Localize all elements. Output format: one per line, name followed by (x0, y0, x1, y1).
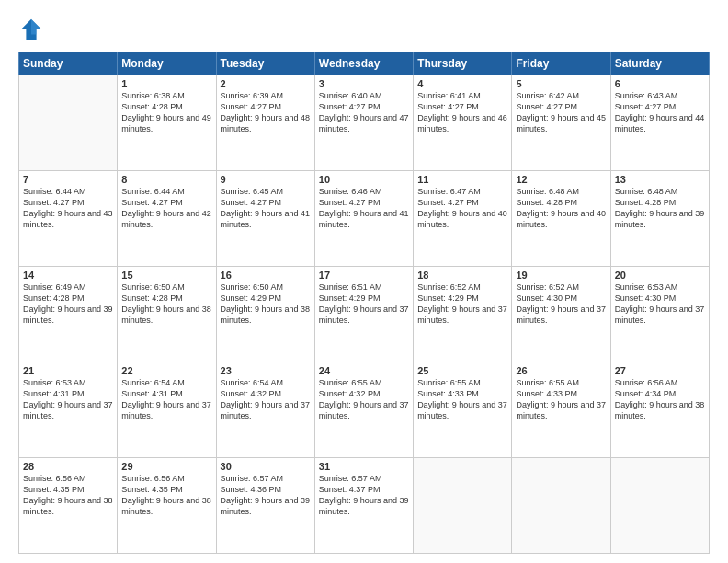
calendar-day-cell: 18Sunrise: 6:52 AMSunset: 4:29 PMDayligh… (414, 267, 512, 362)
day-info: Sunrise: 6:55 AMSunset: 4:32 PMDaylight:… (319, 377, 409, 422)
day-number: 26 (516, 365, 606, 376)
day-info: Sunrise: 6:46 AMSunset: 4:27 PMDaylight:… (319, 186, 409, 231)
calendar-day-cell: 4Sunrise: 6:41 AMSunset: 4:27 PMDaylight… (414, 75, 512, 171)
calendar-day-cell: 29Sunrise: 6:56 AMSunset: 4:35 PMDayligh… (118, 458, 216, 554)
day-number: 29 (121, 461, 211, 472)
day-number: 20 (615, 270, 705, 281)
calendar-day-cell: 5Sunrise: 6:42 AMSunset: 4:27 PMDaylight… (512, 75, 610, 171)
calendar-day-cell: 9Sunrise: 6:45 AMSunset: 4:27 PMDaylight… (216, 171, 314, 267)
day-number: 13 (615, 174, 705, 185)
day-number: 16 (221, 270, 311, 281)
calendar-day-cell (414, 458, 512, 554)
day-info: Sunrise: 6:45 AMSunset: 4:27 PMDaylight:… (221, 186, 311, 231)
day-info: Sunrise: 6:48 AMSunset: 4:28 PMDaylight:… (615, 186, 705, 231)
day-info: Sunrise: 6:55 AMSunset: 4:33 PMDaylight:… (417, 377, 507, 422)
calendar-day-cell: 17Sunrise: 6:51 AMSunset: 4:29 PMDayligh… (314, 267, 413, 362)
calendar-day-cell: 30Sunrise: 6:57 AMSunset: 4:36 PMDayligh… (216, 458, 314, 554)
day-number: 10 (319, 174, 409, 185)
day-info: Sunrise: 6:56 AMSunset: 4:35 PMDaylight:… (23, 473, 113, 518)
calendar-day-cell: 2Sunrise: 6:39 AMSunset: 4:27 PMDaylight… (216, 75, 314, 171)
day-info: Sunrise: 6:57 AMSunset: 4:37 PMDaylight:… (319, 473, 409, 518)
calendar-day-cell: 22Sunrise: 6:54 AMSunset: 4:31 PMDayligh… (118, 362, 216, 458)
weekday-header: Saturday (610, 52, 709, 75)
calendar-day-cell: 23Sunrise: 6:54 AMSunset: 4:32 PMDayligh… (216, 362, 314, 458)
day-number: 27 (615, 365, 705, 376)
day-info: Sunrise: 6:53 AMSunset: 4:31 PMDaylight:… (23, 377, 113, 422)
calendar-day-cell (512, 458, 610, 554)
calendar-day-cell: 24Sunrise: 6:55 AMSunset: 4:32 PMDayligh… (314, 362, 413, 458)
logo-icon (18, 17, 44, 42)
day-number: 30 (221, 461, 311, 472)
calendar-week-row: 1Sunrise: 6:38 AMSunset: 4:28 PMDaylight… (19, 75, 710, 171)
day-number: 2 (221, 78, 311, 89)
day-number: 3 (319, 78, 409, 89)
day-info: Sunrise: 6:56 AMSunset: 4:34 PMDaylight:… (615, 377, 705, 422)
weekday-header: Wednesday (314, 52, 413, 75)
calendar-table: SundayMondayTuesdayWednesdayThursdayFrid… (18, 52, 710, 554)
day-number: 4 (417, 78, 507, 89)
day-info: Sunrise: 6:38 AMSunset: 4:28 PMDaylight:… (121, 90, 211, 135)
day-info: Sunrise: 6:57 AMSunset: 4:36 PMDaylight:… (221, 473, 311, 518)
svg-marker-1 (31, 19, 41, 35)
day-info: Sunrise: 6:54 AMSunset: 4:32 PMDaylight:… (221, 377, 311, 422)
day-info: Sunrise: 6:50 AMSunset: 4:28 PMDaylight:… (121, 282, 211, 327)
day-number: 18 (417, 270, 507, 281)
day-number: 25 (417, 365, 507, 376)
day-info: Sunrise: 6:52 AMSunset: 4:30 PMDaylight:… (516, 282, 606, 327)
day-info: Sunrise: 6:47 AMSunset: 4:27 PMDaylight:… (417, 186, 507, 231)
calendar-day-cell: 10Sunrise: 6:46 AMSunset: 4:27 PMDayligh… (314, 171, 413, 267)
day-number: 17 (319, 270, 409, 281)
calendar-day-cell: 25Sunrise: 6:55 AMSunset: 4:33 PMDayligh… (414, 362, 512, 458)
day-info: Sunrise: 6:51 AMSunset: 4:29 PMDaylight:… (319, 282, 409, 327)
calendar-day-cell: 21Sunrise: 6:53 AMSunset: 4:31 PMDayligh… (19, 362, 118, 458)
calendar-day-cell: 28Sunrise: 6:56 AMSunset: 4:35 PMDayligh… (19, 458, 118, 554)
calendar-day-cell: 16Sunrise: 6:50 AMSunset: 4:29 PMDayligh… (216, 267, 314, 362)
calendar-day-cell: 27Sunrise: 6:56 AMSunset: 4:34 PMDayligh… (610, 362, 709, 458)
day-info: Sunrise: 6:42 AMSunset: 4:27 PMDaylight:… (516, 90, 606, 135)
calendar-day-cell: 7Sunrise: 6:44 AMSunset: 4:27 PMDaylight… (19, 171, 118, 267)
calendar-day-cell: 20Sunrise: 6:53 AMSunset: 4:30 PMDayligh… (610, 267, 709, 362)
calendar-day-cell (19, 75, 118, 171)
day-info: Sunrise: 6:48 AMSunset: 4:28 PMDaylight:… (516, 186, 606, 231)
calendar-day-cell: 6Sunrise: 6:43 AMSunset: 4:27 PMDaylight… (610, 75, 709, 171)
calendar-day-cell: 11Sunrise: 6:47 AMSunset: 4:27 PMDayligh… (414, 171, 512, 267)
weekday-header: Monday (118, 52, 216, 75)
day-number: 6 (615, 78, 705, 89)
day-info: Sunrise: 6:54 AMSunset: 4:31 PMDaylight:… (121, 377, 211, 422)
day-number: 14 (23, 270, 113, 281)
calendar-day-cell: 13Sunrise: 6:48 AMSunset: 4:28 PMDayligh… (610, 171, 709, 267)
day-info: Sunrise: 6:43 AMSunset: 4:27 PMDaylight:… (615, 90, 705, 135)
day-number: 9 (221, 174, 311, 185)
day-number: 23 (221, 365, 311, 376)
calendar-day-cell: 8Sunrise: 6:44 AMSunset: 4:27 PMDaylight… (118, 171, 216, 267)
day-info: Sunrise: 6:41 AMSunset: 4:27 PMDaylight:… (417, 90, 507, 135)
day-info: Sunrise: 6:55 AMSunset: 4:33 PMDaylight:… (516, 377, 606, 422)
day-number: 12 (516, 174, 606, 185)
day-info: Sunrise: 6:44 AMSunset: 4:27 PMDaylight:… (121, 186, 211, 231)
day-number: 8 (121, 174, 211, 185)
weekday-header-row: SundayMondayTuesdayWednesdayThursdayFrid… (19, 52, 710, 75)
calendar-day-cell: 31Sunrise: 6:57 AMSunset: 4:37 PMDayligh… (314, 458, 413, 554)
calendar-week-row: 28Sunrise: 6:56 AMSunset: 4:35 PMDayligh… (19, 458, 710, 554)
calendar-day-cell (610, 458, 709, 554)
calendar-day-cell: 26Sunrise: 6:55 AMSunset: 4:33 PMDayligh… (512, 362, 610, 458)
day-info: Sunrise: 6:40 AMSunset: 4:27 PMDaylight:… (319, 90, 409, 135)
weekday-header: Thursday (414, 52, 512, 75)
logo (18, 17, 48, 42)
day-number: 31 (319, 461, 409, 472)
day-info: Sunrise: 6:53 AMSunset: 4:30 PMDaylight:… (615, 282, 705, 327)
calendar-day-cell: 19Sunrise: 6:52 AMSunset: 4:30 PMDayligh… (512, 267, 610, 362)
day-info: Sunrise: 6:50 AMSunset: 4:29 PMDaylight:… (221, 282, 311, 327)
day-number: 1 (121, 78, 211, 89)
calendar-week-row: 7Sunrise: 6:44 AMSunset: 4:27 PMDaylight… (19, 171, 710, 267)
day-number: 5 (516, 78, 606, 89)
day-info: Sunrise: 6:39 AMSunset: 4:27 PMDaylight:… (221, 90, 311, 135)
day-info: Sunrise: 6:49 AMSunset: 4:28 PMDaylight:… (23, 282, 113, 327)
weekday-header: Sunday (19, 52, 118, 75)
day-info: Sunrise: 6:56 AMSunset: 4:35 PMDaylight:… (121, 473, 211, 518)
page-header (18, 17, 710, 42)
day-info: Sunrise: 6:44 AMSunset: 4:27 PMDaylight:… (23, 186, 113, 231)
day-number: 21 (23, 365, 113, 376)
calendar-day-cell: 3Sunrise: 6:40 AMSunset: 4:27 PMDaylight… (314, 75, 413, 171)
calendar-day-cell: 12Sunrise: 6:48 AMSunset: 4:28 PMDayligh… (512, 171, 610, 267)
